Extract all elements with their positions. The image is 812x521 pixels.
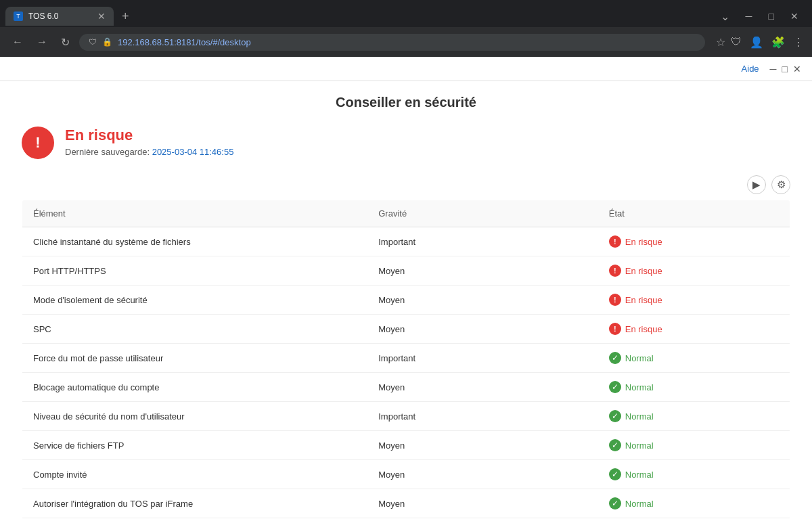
table-row[interactable]: SPCMoyen ! En risque [22,315,790,344]
table-cell-element: Blocage automatique du compte [22,373,368,402]
state-label: Normal [625,440,654,451]
browser-close-button[interactable]: ✕ [782,8,807,24]
settings-icon-button[interactable]: ⚙ [771,175,790,194]
back-button[interactable]: ← [8,33,27,51]
table-row[interactable]: Mode d'isolement de sécuritéMoyen ! En r… [22,286,790,315]
col-header-gravity: Gravité [367,200,598,227]
browser-maximize-button[interactable]: □ [761,8,782,24]
state-label: Normal [625,499,654,509]
table-cell-state: ✓ Normal [598,518,790,522]
check-icon: ✓ [609,381,621,393]
table-toolbar: ▶ ⚙ [22,175,790,194]
last-backup-time: 11:46:55 [200,147,234,157]
state-at-risk: ! En risque [609,265,779,277]
table-row[interactable]: Service de fichiers FTPMoyen ✓ Normal [22,431,790,460]
tab-menu-button[interactable]: ⌄ [715,7,735,26]
status-subtitle: Dernière sauvegarde: 2025-03-04 11:46:55 [65,147,233,157]
browser-chrome: T TOS 6.0 ✕ + ⌄ ─ □ ✕ ← → ↻ 🛡 🔒 192.168.… [0,0,812,57]
table-cell-element: Port HTTP/HTTPS [22,256,368,286]
table-cell-element: SPC [22,315,368,344]
menu-icon[interactable]: ⋮ [793,36,804,49]
main-content: Conseiller en sécurité ! En risque Derni… [0,81,812,521]
col-header-state: État [598,200,790,227]
table-body: Cliché instantané du système de fichiers… [22,227,790,522]
check-icon: ✓ [609,352,621,364]
check-icon: ✓ [609,497,621,509]
app-maximize-button[interactable]: □ [782,64,788,74]
table-cell-gravity: Moyen [367,431,598,460]
app-minimize-button[interactable]: ─ [770,64,777,74]
risk-icon: ! [609,323,621,335]
table-row[interactable]: Niveau de sécurité du nom d'utilisateurI… [22,402,790,431]
window-controls: ─ □ ✕ [738,8,807,24]
tab-favicon: T [14,12,23,21]
table-cell-element: Mode d'isolement de sécurité [22,286,368,315]
new-tab-button[interactable]: + [116,7,135,26]
check-icon: ✓ [609,439,621,451]
table-row[interactable]: Blocage automatique du compteMoyen ✓ Nor… [22,373,790,402]
table-cell-gravity: Moyen [367,286,598,315]
state-normal: ✓ Normal [609,381,779,393]
table-cell-element: Autoriser l'intégration du TOS par iFram… [22,489,368,518]
table-cell-state: ✓ Normal [598,460,790,489]
state-label: Normal [625,411,654,422]
table-cell-element: Service de fichiers FTP [22,431,368,460]
table-cell-state: ! En risque [598,286,790,315]
active-tab[interactable]: T TOS 6.0 ✕ [5,7,114,26]
state-label: En risque [625,295,662,305]
app-close-button[interactable]: ✕ [793,64,801,74]
table-row[interactable]: Compte invitéMoyen ✓ Normal [22,460,790,489]
tab-bar: T TOS 6.0 ✕ + ⌄ ─ □ ✕ [0,0,812,27]
shield-extension-icon: 🛡 [731,36,742,48]
table-cell-state: ! En risque [598,227,790,256]
table-cell-element: Force du mot de passe utilisateur [22,344,368,373]
table-cell-gravity: Moyen [367,489,598,518]
browser-minimize-button[interactable]: ─ [738,8,761,24]
table-cell-element: Cliché instantané du système de fichiers [22,227,368,256]
table-cell-gravity: Moyen [367,373,598,402]
table-cell-element: Telnet / SSH [22,518,368,522]
table-row[interactable]: Cliché instantané du système de fichiers… [22,227,790,256]
aide-link[interactable]: Aide [742,64,759,74]
state-normal: ✓ Normal [609,352,779,364]
state-normal: ✓ Normal [609,468,779,480]
table-cell-gravity: Moyen [367,256,598,286]
table-cell-gravity: Moyen [367,315,598,344]
security-table: Élément Gravité État Cliché instantané d… [22,200,790,521]
table-cell-state: ✓ Normal [598,344,790,373]
table-cell-element: Niveau de sécurité du nom d'utilisateur [22,402,368,431]
check-icon: ✓ [609,410,621,422]
reload-button[interactable]: ↻ [57,33,74,51]
table-row[interactable]: Telnet / SSHImportant ✓ Normal [22,518,790,522]
table-cell-state: ✓ Normal [598,489,790,518]
last-backup-date: 2025-03-04 [152,147,198,157]
table-row[interactable]: Port HTTP/HTTPSMoyen ! En risque [22,256,790,286]
table-cell-state: ✓ Normal [598,402,790,431]
app-topbar: Aide ─ □ ✕ [0,57,812,81]
app-window-controls: ─ □ ✕ [770,64,801,74]
bookmark-icon[interactable]: ☆ [716,36,725,49]
extensions-icon[interactable]: 🧩 [771,36,785,49]
state-label: En risque [625,266,662,276]
status-section: ! En risque Dernière sauvegarde: 2025-03… [22,127,790,159]
state-label: En risque [625,324,662,334]
state-normal: ✓ Normal [609,439,779,451]
forward-button[interactable]: → [32,33,51,51]
status-risk-icon: ! [22,127,54,159]
tab-title: TOS 6.0 [28,12,58,21]
play-icon-button[interactable]: ▶ [747,175,766,194]
table-row[interactable]: Autoriser l'intégration du TOS par iFram… [22,489,790,518]
address-bar[interactable]: 🛡 🔒 192.168.68.51:8181/tos/#/desktop [79,34,705,51]
table-cell-state: ! En risque [598,256,790,286]
page-title: Conseiller en sécurité [22,95,790,110]
state-normal: ✓ Normal [609,410,779,422]
table-cell-state: ! En risque [598,315,790,344]
state-label: En risque [625,237,662,247]
table-cell-gravity: Important [367,518,598,522]
shield-icon: 🛡 [89,37,97,47]
tab-close-button[interactable]: ✕ [97,11,106,22]
table-row[interactable]: Force du mot de passe utilisateurImporta… [22,344,790,373]
table-cell-state: ✓ Normal [598,431,790,460]
account-icon[interactable]: 👤 [750,36,763,49]
table-cell-element: Compte invité [22,460,368,489]
